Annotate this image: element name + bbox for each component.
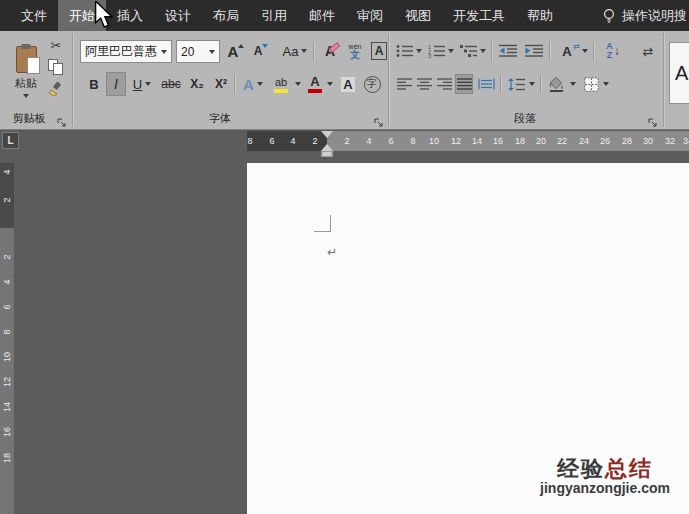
multilevel-list-button[interactable] xyxy=(458,39,478,63)
italic-button[interactable]: I xyxy=(106,72,126,96)
tab-references[interactable]: 引用 xyxy=(250,0,298,31)
tab-home-label: 开始 xyxy=(69,8,95,23)
document-page[interactable]: ↵ 经验总结 jingyanzongjie.com xyxy=(247,163,689,514)
font-name-combobox[interactable]: 阿里巴巴普惠 xyxy=(80,40,172,63)
subscript-button[interactable]: X₂ xyxy=(186,72,208,96)
superscript-button[interactable]: X² xyxy=(210,72,232,96)
search-label: 操作说明搜 xyxy=(622,7,687,25)
change-case-button[interactable]: Aa xyxy=(278,39,312,63)
bold-button[interactable]: B xyxy=(84,72,104,96)
bullets-button[interactable] xyxy=(394,39,414,63)
copy-button[interactable] xyxy=(44,57,68,77)
tab-help[interactable]: 帮助 xyxy=(516,0,564,31)
tab-file[interactable]: 文件 xyxy=(10,0,58,31)
align-right-button[interactable] xyxy=(435,74,453,94)
borders-button[interactable] xyxy=(581,74,601,94)
clipboard-group-label: 剪贴板 xyxy=(0,111,58,126)
font-color-caret[interactable] xyxy=(325,72,335,96)
paste-dropdown-caret xyxy=(23,94,29,98)
document-workspace: L 8 6 4 2 2 4 6 8 10 12 14 16 18 20 22 2 xyxy=(0,130,689,514)
watermark-title-dark: 经验 xyxy=(557,456,605,481)
highlight-color-caret[interactable] xyxy=(293,72,303,96)
asian-layout-arrows: ⇄ xyxy=(573,42,580,51)
text-effects-button[interactable]: A xyxy=(239,72,267,96)
paste-label: 粘贴 xyxy=(15,76,37,91)
dialog-launcher-icon xyxy=(57,118,67,128)
justify-button[interactable] xyxy=(455,74,473,94)
tab-stop-selector[interactable]: L xyxy=(2,132,19,149)
ribbon-tab-bar: 文件 开始 插入 设计 布局 引用 邮件 审阅 视图 开发工具 帮助 操作说明搜 xyxy=(0,0,689,31)
align-center-icon xyxy=(417,78,432,90)
decrease-indent-button[interactable] xyxy=(496,39,520,63)
margin-crop-mark-horizontal xyxy=(314,231,331,232)
asian-layout-button[interactable]: A ⇄ xyxy=(554,39,580,63)
font-name-value: 阿里巴巴普惠 xyxy=(85,43,157,60)
show-hide-marks-button[interactable]: ⇄ xyxy=(636,39,660,63)
distribute-icon xyxy=(478,78,495,90)
shading-caret[interactable] xyxy=(568,74,578,94)
paste-button[interactable]: 粘贴 xyxy=(4,36,48,108)
font-size-combobox[interactable]: 20 xyxy=(176,40,220,63)
v-ruler-text-area: 2 4 6 8 10 12 14 16 18 xyxy=(0,228,14,514)
line-spacing-caret[interactable] xyxy=(527,74,537,94)
multilevel-list-caret[interactable] xyxy=(478,39,488,63)
asian-layout-caret[interactable] xyxy=(580,39,590,63)
tab-design[interactable]: 设计 xyxy=(154,0,202,31)
tab-review[interactable]: 审阅 xyxy=(346,0,394,31)
bullets-icon xyxy=(396,44,413,58)
strikethrough-button[interactable]: abc xyxy=(158,72,184,96)
line-spacing-button[interactable] xyxy=(505,74,527,94)
style-preview-card[interactable]: A xyxy=(669,42,689,104)
font-color-button[interactable]: A xyxy=(305,72,325,96)
vertical-ruler[interactable]: 4 2 2 4 6 8 10 12 14 16 18 xyxy=(0,163,14,514)
tab-mailings[interactable]: 邮件 xyxy=(298,0,346,31)
shrink-font-button[interactable]: A xyxy=(250,39,272,63)
paint-bucket-icon xyxy=(548,77,566,92)
numbering-button[interactable]: 1 2 3 xyxy=(426,39,446,63)
tab-view[interactable]: 视图 xyxy=(394,0,442,31)
align-left-button[interactable] xyxy=(395,74,413,94)
numbering-caret[interactable] xyxy=(446,39,456,63)
format-painter-button[interactable] xyxy=(44,79,68,99)
svg-text:3: 3 xyxy=(428,53,431,58)
borders-grid-icon xyxy=(584,77,599,92)
shading-button[interactable] xyxy=(546,74,568,94)
highlight-color-button[interactable]: ab xyxy=(269,72,293,96)
left-indent-marker[interactable] xyxy=(322,151,333,157)
font-dialog-launcher[interactable] xyxy=(374,114,384,124)
tab-developer[interactable]: 开发工具 xyxy=(442,0,516,31)
align-center-button[interactable] xyxy=(415,74,433,94)
font-color-bar xyxy=(308,89,322,93)
font-size-value: 20 xyxy=(181,45,194,59)
tab-layout[interactable]: 布局 xyxy=(202,0,250,31)
borders-caret[interactable] xyxy=(601,74,611,94)
decrease-indent-icon xyxy=(499,44,517,58)
first-line-indent-marker[interactable] xyxy=(321,131,333,138)
cut-button[interactable]: ✂ xyxy=(44,35,68,55)
horizontal-ruler[interactable]: 8 6 4 2 2 4 6 8 10 12 14 16 18 20 22 24 … xyxy=(247,131,689,151)
enclose-characters-button[interactable]: 字 xyxy=(360,72,384,96)
distribute-button[interactable] xyxy=(475,74,497,94)
dialog-launcher-icon xyxy=(648,118,658,128)
character-shading-button[interactable]: A xyxy=(338,72,358,96)
word-window: 文件 开始 插入 设计 布局 引用 邮件 审阅 视图 开发工具 帮助 操作说明搜 xyxy=(0,0,689,514)
tab-home[interactable]: 开始 xyxy=(58,0,106,31)
mouse-cursor-icon xyxy=(94,1,114,29)
shrink-font-arrow xyxy=(262,44,268,48)
paragraph-dialog-launcher[interactable] xyxy=(648,114,658,124)
font-size-caret xyxy=(209,50,215,54)
scissors-icon: ✂ xyxy=(51,38,62,53)
clipboard-dialog-launcher[interactable] xyxy=(57,114,67,124)
justify-icon xyxy=(457,78,472,90)
tell-me-search[interactable]: 操作说明搜 xyxy=(602,0,689,31)
sort-button[interactable]: A Z ↓ xyxy=(600,39,626,63)
character-border-button[interactable]: A xyxy=(368,39,390,63)
hanging-indent-marker[interactable] xyxy=(321,144,333,151)
sort-down-arrow: ↓ xyxy=(614,44,620,58)
increase-indent-button[interactable] xyxy=(522,39,546,63)
clear-formatting-button[interactable]: A xyxy=(318,39,342,63)
phonetic-guide-button[interactable]: wén 文 xyxy=(344,38,366,64)
grow-font-button[interactable]: A xyxy=(224,39,248,63)
bullets-caret[interactable] xyxy=(414,39,424,63)
underline-button[interactable]: U xyxy=(128,72,156,96)
